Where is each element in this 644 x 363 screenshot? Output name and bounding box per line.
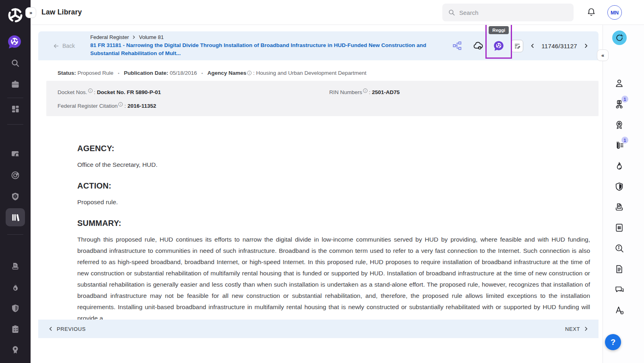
- rin-number-field: RIN Numbersi : 2501-AD75: [329, 88, 587, 95]
- status-label: Status:: [58, 70, 76, 76]
- sidebar-item-clipboard[interactable]: [10, 324, 20, 334]
- document-title-link[interactable]: 81 FR 31181 - Narrowing the Digital Divi…: [90, 41, 452, 57]
- hash-icon: [614, 223, 624, 233]
- content-region: Back Federal Register Volume 81 81 FR 31…: [31, 25, 644, 363]
- sidebar-expand-button[interactable]: »: [25, 7, 36, 18]
- document-tray-icon: [614, 202, 624, 212]
- chevron-right-icon: [583, 43, 589, 49]
- publication-date-value: 05/18/2016: [170, 70, 197, 76]
- top-header: Law Library MN: [31, 0, 644, 25]
- section-heading: ACTION:: [77, 181, 590, 191]
- back-button[interactable]: Back: [53, 43, 75, 49]
- main-region: Law Library MN Back: [31, 0, 644, 363]
- sidebar-divider: [7, 124, 23, 125]
- next-document-chevron[interactable]: [582, 42, 590, 49]
- sidebar-item-shield[interactable]: [10, 304, 20, 313]
- docket-number-label: Docket Nos.: [58, 89, 87, 95]
- sidebar-item-search[interactable]: [10, 58, 20, 68]
- award-panel-button[interactable]: [614, 119, 625, 130]
- app-logo-icon: [6, 6, 25, 25]
- sidebar-item-law-library[interactable]: [6, 208, 25, 226]
- document-toolbar: Reggi 1174: [452, 40, 599, 52]
- right-sidebar: « 1 1: [603, 25, 644, 363]
- section-heading: SUMMARY:: [77, 219, 590, 228]
- document-pagination: 11746/31127: [529, 42, 590, 49]
- flame-panel-button[interactable]: [614, 161, 625, 171]
- org-people-panel-button[interactable]: 1: [614, 99, 625, 109]
- user-avatar[interactable]: MN: [607, 5, 622, 20]
- sidebar-item-goals[interactable]: [10, 170, 20, 180]
- related-documents-button[interactable]: [452, 41, 462, 51]
- sidebar-item-dashboard[interactable]: [10, 104, 20, 114]
- cloud-download-icon: [473, 40, 484, 51]
- sections-panel-button[interactable]: [614, 222, 625, 233]
- sidebar-item-card-alerts[interactable]: [10, 149, 20, 159]
- document-icon: [614, 264, 624, 274]
- sidebar-item-flame[interactable]: [10, 283, 20, 292]
- sidebar-item-shield-globe[interactable]: [10, 192, 20, 201]
- sidebar-divider: [7, 98, 23, 98]
- attachments-panel-button[interactable]: 1: [614, 140, 625, 150]
- badge-count: 1: [621, 137, 628, 144]
- document-header-bar: Back Federal Register Volume 81 81 FR 31…: [38, 31, 599, 60]
- people-panel-button[interactable]: [614, 78, 625, 88]
- sidebar-item-documents[interactable]: [10, 262, 20, 271]
- document-panel: Back Federal Register Volume 81 81 FR 31…: [31, 25, 603, 363]
- docket-number-field: Docket Nos.i : Docket No. FR 5890-P-01: [58, 88, 329, 95]
- history-icon: [615, 33, 624, 42]
- page-title: Law Library: [41, 8, 82, 16]
- definitions-panel-button[interactable]: [614, 305, 625, 315]
- global-search[interactable]: [442, 4, 574, 21]
- breadcrumb-volume[interactable]: Volume 81: [139, 34, 163, 40]
- info-icon[interactable]: i: [88, 88, 93, 93]
- agency-names-label: Agency Names: [207, 70, 246, 76]
- comments-panel-button[interactable]: [614, 284, 625, 295]
- sidebar-collapse-button[interactable]: «: [597, 49, 609, 61]
- breadcrumb-federal-register[interactable]: Federal Register: [90, 34, 129, 40]
- section-action: ACTION: Proposed rule.: [77, 181, 590, 208]
- sidebar-item-briefcase[interactable]: [10, 80, 20, 89]
- reggi-tooltip: Reggi: [489, 26, 509, 34]
- section-heading: AGENCY:: [77, 144, 590, 153]
- reggi-icon: [493, 40, 504, 51]
- citation-value: 2016-11352: [128, 103, 156, 109]
- sidebar-item-certifications[interactable]: [10, 345, 20, 355]
- inspect-panel-button[interactable]: [614, 243, 625, 253]
- document-tray-panel-button[interactable]: [614, 202, 625, 212]
- shield-panel-button[interactable]: [614, 181, 625, 192]
- reggi-assistant-button[interactable]: [493, 40, 504, 51]
- info-icon[interactable]: i: [118, 102, 123, 107]
- breadcrumb: Federal Register Volume 81: [90, 34, 452, 40]
- next-button[interactable]: NEXT: [565, 326, 589, 332]
- reggi-tool-area: Reggi: [493, 40, 504, 51]
- back-arrow-icon: [53, 43, 60, 49]
- previous-document-chevron[interactable]: [529, 42, 536, 49]
- left-sidebar: »: [0, 0, 31, 363]
- chevron-left-icon: [48, 326, 54, 332]
- help-button[interactable]: ?: [605, 334, 621, 350]
- notes-button[interactable]: [511, 40, 523, 52]
- info-icon[interactable]: i: [247, 71, 252, 75]
- section-text: Proposed rule.: [77, 197, 590, 208]
- download-button[interactable]: [473, 40, 484, 51]
- info-icon[interactable]: i: [363, 88, 367, 93]
- previous-button[interactable]: PREVIOUS: [48, 326, 86, 332]
- chevron-right-icon: [132, 35, 136, 39]
- bullet-separator: •: [201, 71, 203, 76]
- citation-field: Federal Register Citationi : 2016-11352: [58, 102, 329, 109]
- badge-count: 1: [621, 96, 628, 103]
- bell-icon: [586, 7, 596, 17]
- section-summary: SUMMARY: Through this proposed rule, HUD…: [77, 219, 590, 324]
- text-document-panel-button[interactable]: [614, 264, 625, 274]
- sidebar-item-reggi-assistant[interactable]: [7, 34, 22, 49]
- section-text: Through this proposed rule, HUD continue…: [77, 234, 590, 324]
- shield-icon: [614, 182, 624, 192]
- notifications-button[interactable]: [586, 7, 597, 18]
- search-input[interactable]: [459, 9, 568, 16]
- history-button[interactable]: [612, 31, 627, 45]
- back-label: Back: [62, 43, 75, 49]
- agency-colon: :: [253, 70, 255, 76]
- citation-label: Federal Register Citation: [58, 103, 118, 109]
- note-edit-icon: [514, 42, 521, 49]
- status-value: Proposed Rule: [78, 70, 114, 76]
